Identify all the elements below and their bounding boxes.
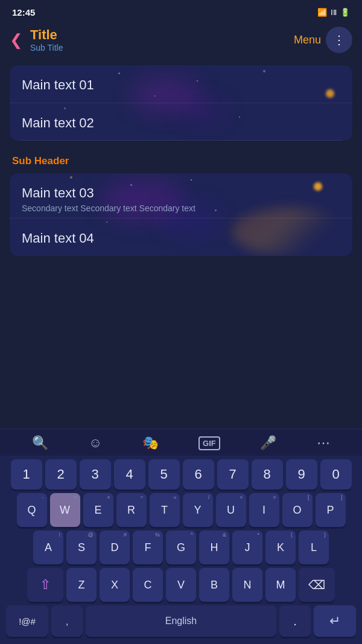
main-text-03: Main text 03: [22, 185, 340, 201]
shift-icon: ⇧: [40, 577, 51, 593]
key-v[interactable]: V: [166, 568, 196, 602]
key-e[interactable]: ×E: [83, 493, 113, 527]
list-item-4[interactable]: Main text 04: [10, 218, 352, 256]
key-j[interactable]: *J: [232, 531, 262, 564]
more-toolbar-icon[interactable]: ⋯: [317, 435, 330, 451]
key-q[interactable]: -Q: [17, 493, 47, 527]
menu-label[interactable]: Menu: [294, 34, 321, 46]
status-time: 12:45: [12, 7, 35, 18]
key-k[interactable]: (K: [265, 531, 296, 564]
status-bar: 12:45 📶 ⅠⅡ 🔋: [0, 0, 362, 22]
sticker-icon[interactable]: 🎭: [142, 435, 159, 451]
key-p[interactable]: ]P: [316, 493, 346, 527]
app-subtitle: Sub Title: [30, 43, 287, 53]
battery-icon: 🔋: [340, 8, 350, 17]
signal-icon: ⅠⅡ: [331, 8, 337, 17]
key-d[interactable]: #D: [100, 531, 130, 564]
keyboard-rows: 1 2 3 4 5 6 7 8 9 0 -Q +W ×E ÷R =T /Y <U…: [0, 456, 362, 637]
key-c[interactable]: C: [133, 568, 163, 602]
space-button[interactable]: English: [86, 605, 276, 637]
key-u[interactable]: <U: [216, 493, 246, 527]
symbols-button[interactable]: !@#: [6, 605, 48, 637]
mic-icon[interactable]: 🎤: [260, 435, 276, 451]
more-button[interactable]: ⋮: [326, 27, 352, 53]
app-title: Title: [30, 27, 287, 43]
secondary-text-03: Secondary text Secondary text Secondary …: [22, 203, 340, 213]
emoji-icon[interactable]: ☺: [89, 435, 102, 451]
qwerty-row: -Q +W ×E ÷R =T /Y <U >I [O ]P: [4, 493, 358, 527]
key-1[interactable]: 1: [11, 459, 42, 489]
delete-icon: ⌫: [308, 578, 325, 592]
key-b[interactable]: B: [199, 568, 229, 602]
key-5[interactable]: 5: [148, 459, 180, 489]
key-a[interactable]: !A: [33, 531, 63, 564]
key-m[interactable]: M: [265, 568, 296, 602]
key-w[interactable]: +W: [50, 493, 80, 527]
key-2[interactable]: 2: [45, 459, 77, 489]
key-z[interactable]: Z: [66, 568, 97, 602]
app-header: ❮ Title Sub Title Menu ⋮: [0, 22, 362, 60]
list-item-1[interactable]: Main text 01: [10, 65, 352, 103]
key-6[interactable]: 6: [183, 459, 214, 489]
sub-header: Sub Header: [10, 149, 352, 173]
key-l[interactable]: )L: [299, 531, 329, 564]
key-h[interactable]: &H: [199, 531, 229, 564]
list-card-1[interactable]: Main text 01 Main text 02: [10, 65, 352, 141]
search-icon[interactable]: 🔍: [32, 435, 48, 451]
key-s[interactable]: @S: [66, 531, 97, 564]
key-i[interactable]: >I: [249, 493, 279, 527]
key-n[interactable]: N: [232, 568, 262, 602]
key-x[interactable]: X: [100, 568, 130, 602]
keyboard-area: 🔍 ☺ 🎭 GIF 🎤 ⋯ 1 2 3 4 5 6 7 8 9 0 -Q +W …: [0, 429, 362, 644]
main-text-01: Main text 01: [22, 77, 340, 93]
period-key[interactable]: .: [279, 605, 311, 637]
key-g[interactable]: ^G: [166, 531, 196, 564]
key-y[interactable]: /Y: [183, 493, 213, 527]
key-3[interactable]: 3: [80, 459, 111, 489]
gif-button[interactable]: GIF: [198, 436, 220, 450]
main-text-02: Main text 02: [22, 115, 340, 131]
key-0[interactable]: 0: [320, 459, 352, 489]
main-text-04: Main text 04: [22, 231, 340, 246]
comma-key[interactable]: ,: [51, 605, 83, 637]
list-card-2[interactable]: Main text 03 Secondary text Secondary te…: [10, 173, 352, 256]
zxcvb-row: ⇧ Z X C V B N M ⌫: [4, 568, 358, 602]
delete-button[interactable]: ⌫: [299, 568, 335, 602]
content-area: Main text 01 Main text 02 Sub Header Mai…: [0, 60, 362, 267]
wifi-icon: 📶: [317, 8, 327, 17]
keyboard-toolbar: 🔍 ☺ 🎭 GIF 🎤 ⋯: [0, 429, 362, 456]
key-8[interactable]: 8: [252, 459, 283, 489]
key-f[interactable]: %F: [133, 531, 163, 564]
header-titles: Title Sub Title: [30, 27, 287, 53]
list-item-3[interactable]: Main text 03 Secondary text Secondary te…: [10, 173, 352, 218]
status-icons: 📶 ⅠⅡ 🔋: [317, 8, 350, 17]
asdf-row: !A @S #D %F ^G &H *J (K )L: [4, 531, 358, 564]
key-t[interactable]: =T: [150, 493, 180, 527]
list-item-2[interactable]: Main text 02: [10, 103, 352, 141]
key-7[interactable]: 7: [217, 459, 249, 489]
back-button[interactable]: ❮: [10, 32, 23, 48]
key-r[interactable]: ÷R: [116, 493, 147, 527]
enter-icon: ↵: [329, 613, 340, 629]
key-4[interactable]: 4: [114, 459, 145, 489]
header-actions: Menu ⋮: [294, 27, 352, 53]
number-row: 1 2 3 4 5 6 7 8 9 0: [4, 459, 358, 489]
key-9[interactable]: 9: [286, 459, 317, 489]
more-icon: ⋮: [333, 33, 346, 47]
enter-button[interactable]: ↵: [314, 605, 356, 637]
shift-button[interactable]: ⇧: [27, 568, 63, 602]
bottom-row: !@# , English . ↵: [4, 605, 358, 637]
key-o[interactable]: [O: [282, 493, 313, 527]
